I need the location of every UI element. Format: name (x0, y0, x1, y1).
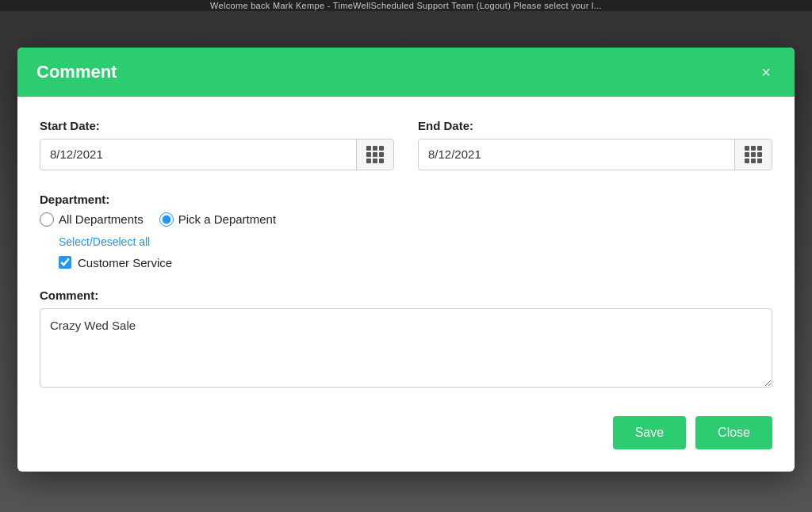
all-departments-option[interactable]: All Departments (40, 212, 144, 227)
grid-dot (366, 159, 371, 163)
modal-dialog: Comment × Start Date: (17, 48, 795, 472)
grid-dot (751, 152, 756, 157)
date-row: Start Date: (40, 119, 772, 170)
grid-dot (745, 152, 749, 157)
comment-label: Comment: (40, 288, 772, 302)
grid-dot (373, 146, 377, 151)
modal-title: Comment (36, 62, 117, 82)
grid-dot (751, 159, 756, 163)
all-departments-radio[interactable] (40, 212, 54, 227)
end-date-calendar-button[interactable] (734, 139, 772, 170)
modal-close-icon-button[interactable]: × (756, 63, 776, 82)
comment-textarea[interactable]: Crazy Wed Sale (40, 308, 772, 388)
save-button[interactable]: Save (613, 416, 686, 449)
department-label: Department: (40, 193, 772, 206)
grid-dot (366, 152, 371, 157)
end-date-label: End Date: (418, 119, 772, 132)
grid-dot (751, 146, 756, 151)
grid-dot (757, 146, 762, 151)
grid-dot (379, 152, 384, 157)
department-radio-row: All Departments Pick a Department (40, 212, 772, 227)
top-bar: Welcome back Mark Kempe - TimeWellSchedu… (0, 0, 812, 11)
select-deselect-all-link[interactable]: Select/Deselect all (59, 235, 150, 248)
end-date-input[interactable] (419, 139, 734, 169)
start-date-grid-icon (366, 146, 384, 163)
pick-department-radio[interactable] (159, 212, 174, 227)
pick-department-option[interactable]: Pick a Department (159, 212, 276, 227)
start-date-input-wrapper (40, 139, 394, 170)
start-date-label: Start Date: (40, 119, 394, 132)
start-date-field: Start Date: (40, 119, 394, 170)
customer-service-checkbox[interactable] (59, 256, 71, 269)
grid-dot (379, 146, 384, 151)
modal-footer: Save Close (40, 410, 772, 456)
grid-dot (379, 159, 384, 163)
customer-service-checkbox-row: Customer Service (59, 256, 772, 269)
grid-dot (373, 159, 377, 163)
end-date-input-wrapper (418, 139, 772, 170)
grid-dot (745, 146, 749, 151)
comment-section: Comment: Crazy Wed Sale (40, 288, 772, 391)
end-date-field: End Date: (418, 119, 772, 170)
grid-dot (757, 152, 762, 157)
top-bar-text: Welcome back Mark Kempe - TimeWellSchedu… (210, 1, 602, 10)
department-section: Department: All Departments Pick a Depar… (40, 193, 772, 269)
start-date-calendar-button[interactable] (356, 139, 393, 170)
start-date-input[interactable] (40, 139, 356, 169)
grid-dot (745, 159, 749, 163)
end-date-grid-icon (745, 146, 762, 163)
pick-department-label: Pick a Department (178, 212, 276, 226)
all-departments-label: All Departments (59, 212, 144, 226)
customer-service-label: Customer Service (78, 256, 172, 269)
grid-dot (373, 152, 377, 157)
grid-dot (366, 146, 371, 151)
modal-header: Comment × (17, 48, 795, 97)
close-button[interactable]: Close (695, 416, 772, 449)
modal-body: Start Date: (17, 97, 795, 472)
grid-dot (757, 159, 762, 163)
